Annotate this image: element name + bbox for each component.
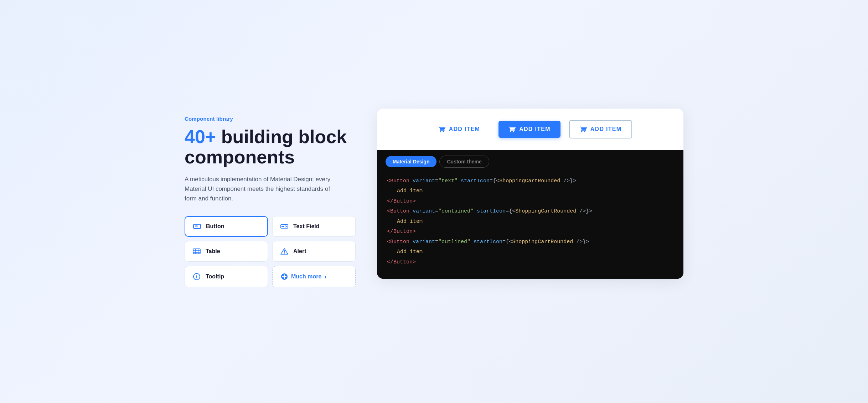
code-line-4: <Button variant="contained" startIcon={<… xyxy=(387,206,673,217)
table-icon xyxy=(193,248,201,255)
button-demo-area: ADD ITEM ADD ITEM ADD ITEM xyxy=(377,109,683,150)
component-card-table[interactable]: Table xyxy=(185,241,268,262)
code-line-9: </Button> xyxy=(387,257,673,268)
code-area: Material Design Custom theme <Button var… xyxy=(377,150,683,279)
main-headline: 40+ building block components xyxy=(185,127,356,167)
svg-rect-1 xyxy=(195,225,198,227)
component-card-tooltip[interactable]: i Tooltip xyxy=(185,266,268,287)
much-more-label: Much more xyxy=(291,273,321,280)
alert-icon xyxy=(280,248,288,255)
cart-icon-contained xyxy=(508,126,516,133)
alert-card-label: Alert xyxy=(293,248,306,255)
code-line-8: Add item xyxy=(387,247,673,257)
left-panel: Component library 40+ building block com… xyxy=(185,109,356,295)
tab-material-design[interactable]: Material Design xyxy=(386,156,436,167)
component-card-alert[interactable]: Alert xyxy=(272,241,356,262)
component-card-much-more[interactable]: Much more › xyxy=(272,266,356,287)
add-item-contained-label: ADD ITEM xyxy=(519,126,551,132)
component-grid: Button Text Field xyxy=(185,216,356,287)
add-item-outlined-button[interactable]: ADD ITEM xyxy=(569,120,632,138)
add-item-outlined-label: ADD ITEM xyxy=(590,126,622,132)
code-line-1: <Button variant="text" startIcon={<Shopp… xyxy=(387,176,673,187)
cart-icon-text xyxy=(438,126,445,133)
chevron-right-icon: › xyxy=(324,273,326,281)
textfield-icon xyxy=(280,223,288,230)
tooltip-card-label: Tooltip xyxy=(206,273,224,280)
description-text: A meticulous implementation of Material … xyxy=(185,174,341,204)
svg-text:i: i xyxy=(196,274,197,279)
component-card-textfield[interactable]: Text Field xyxy=(272,216,356,237)
button-card-label: Button xyxy=(206,223,224,230)
add-item-text-label: ADD ITEM xyxy=(449,126,480,132)
svg-point-10 xyxy=(284,253,285,254)
plus-icon xyxy=(280,273,288,281)
headline-number: 40+ xyxy=(185,126,216,147)
component-card-button[interactable]: Button xyxy=(185,216,268,237)
code-block: <Button variant="text" startIcon={<Shopp… xyxy=(377,168,683,279)
code-line-3: </Button> xyxy=(387,197,673,207)
textfield-card-label: Text Field xyxy=(293,223,320,230)
code-line-7: <Button variant="outlined" startIcon={<S… xyxy=(387,237,673,247)
code-line-2: Add item xyxy=(387,186,673,197)
add-item-contained-button[interactable]: ADD ITEM xyxy=(498,121,560,138)
tab-custom-theme[interactable]: Custom theme xyxy=(439,156,489,168)
right-panel: ADD ITEM ADD ITEM ADD ITEM Material Desi… xyxy=(377,109,683,279)
add-item-text-button[interactable]: ADD ITEM xyxy=(428,121,490,138)
tooltip-icon: i xyxy=(193,273,201,281)
svg-rect-4 xyxy=(193,249,200,254)
code-line-5: Add item xyxy=(387,217,673,227)
code-tabs: Material Design Custom theme xyxy=(377,150,683,168)
code-line-6: </Button> xyxy=(387,227,673,237)
table-card-label: Table xyxy=(206,248,220,255)
cart-icon-outlined xyxy=(580,126,587,133)
section-label: Component library xyxy=(185,116,356,122)
page-container: Component library 40+ building block com… xyxy=(185,109,683,295)
button-icon xyxy=(193,223,201,230)
